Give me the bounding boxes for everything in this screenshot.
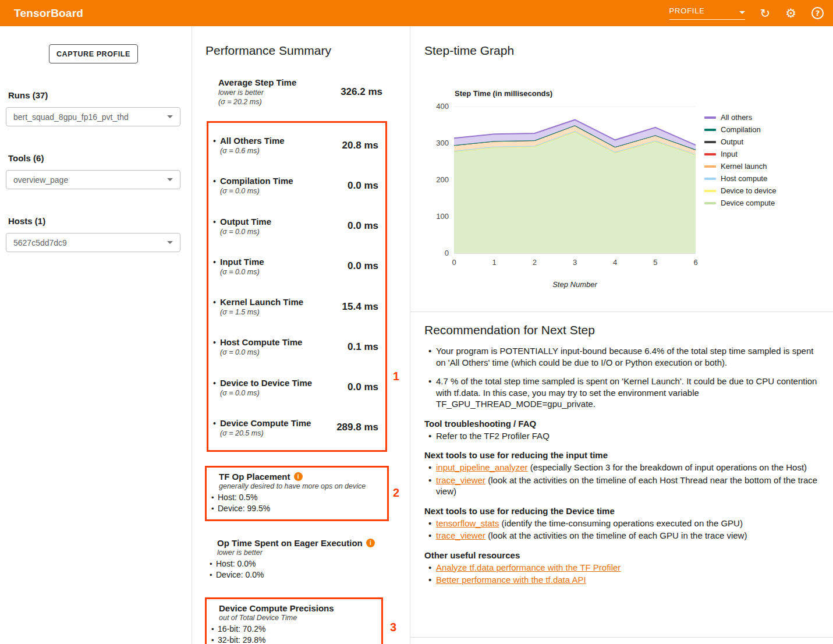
- section-title: Device Compute Precisions: [219, 603, 334, 613]
- metric-labels: All Others Time(σ = 0.6 ms): [220, 136, 285, 155]
- recommendation-bullets: Your program is POTENTIALLY input-bound …: [424, 345, 823, 410]
- legend-swatch: [704, 178, 716, 180]
- svg-text:100: 100: [436, 212, 449, 221]
- legend-item: Host compute: [704, 172, 776, 185]
- reco-list-item: Analyze tf.data performance with the TF …: [436, 562, 823, 574]
- dashboard-selector[interactable]: PROFILE: [669, 6, 745, 20]
- hosts-dropdown[interactable]: 5627c5dd7dc9: [6, 233, 180, 252]
- runs-dropdown[interactable]: bert_squad_8gpu_fp16_pvt_thd: [6, 107, 180, 126]
- svg-text:2: 2: [533, 258, 537, 267]
- legend-swatch: [704, 190, 716, 192]
- reco-section-list: input_pipeline_analyzer (especially Sect…: [424, 462, 823, 497]
- metric-sigma: (σ = 0.0 ms): [220, 228, 271, 236]
- reco-section-list: Analyze tf.data performance with the TF …: [424, 562, 823, 586]
- reload-icon[interactable]: ↻: [760, 6, 771, 20]
- metric-value: 0.1 ms: [348, 341, 378, 353]
- reco-list-item: trace_viewer (look at the activities on …: [436, 475, 823, 497]
- metric-sigma: (σ = 20.2 ms): [218, 98, 296, 106]
- settings-icon[interactable]: ⚙: [785, 6, 796, 20]
- info-icon[interactable]: [294, 472, 303, 481]
- metric-label: Compilation Time: [220, 176, 293, 186]
- annotation-box-3: Device Compute Precisions out of Total D…: [205, 597, 383, 644]
- item-text: (especially Section 3 for the breakdown …: [528, 462, 807, 472]
- metric-label: Host Compute Time: [220, 337, 302, 347]
- legend-label: All others: [721, 113, 752, 122]
- legend-label: Output: [721, 137, 743, 146]
- chart-legend: All othersCompilationOutputInputKernel l…: [704, 111, 776, 209]
- annotation-number-3: 3: [390, 621, 396, 634]
- list-item: 16-bit: 70.2%: [210, 624, 377, 635]
- metric-labels: Output Time(σ = 0.0 ms): [220, 217, 271, 236]
- reco-list-item: trace_viewer (look at the activities on …: [436, 530, 823, 542]
- legend-item: Kernel launch: [704, 160, 776, 172]
- runs-dropdown-value: bert_squad_8gpu_fp16_pvt_thd: [13, 112, 129, 122]
- resource-link[interactable]: Better performance with the tf.data API: [436, 575, 586, 585]
- metric-row: Output Time(σ = 0.0 ms) 0.0 ms: [208, 217, 378, 236]
- metric-value: 326.2 ms: [341, 86, 382, 98]
- chevron-down-icon: [167, 115, 173, 118]
- step-time-panel: Step-time Graph Step Time (in millisecon…: [410, 26, 833, 644]
- metric-sigma: (σ = 0.6 ms): [220, 147, 285, 155]
- sidebar: CAPTURE PROFILE Runs (37) bert_squad_8gp…: [0, 26, 192, 644]
- resource-link[interactable]: Analyze tf.data performance with the TF …: [436, 562, 621, 572]
- hosts-dropdown-value: 5627c5dd7dc9: [13, 238, 67, 247]
- legend-swatch: [704, 165, 716, 168]
- item-text: (identify the time-consuming operations …: [499, 518, 743, 528]
- section-subtitle: out of Total Device Time: [219, 614, 377, 622]
- legend-item: Device to device: [704, 185, 776, 197]
- metric-row: Device Compute Time(σ = 20.5 ms) 289.8 m…: [208, 418, 378, 437]
- legend-item: Input: [704, 148, 776, 160]
- section-divider: [410, 312, 833, 312]
- reco-list-item: tensorflow_stats (identify the time-cons…: [436, 518, 823, 529]
- chart-title: Step Time (in milliseconds): [455, 89, 552, 98]
- chevron-down-icon: [739, 11, 745, 14]
- help-icon[interactable]: ?: [811, 7, 824, 19]
- metric-labels: Device Compute Time(σ = 20.5 ms): [220, 418, 311, 437]
- svg-text:400: 400: [436, 103, 449, 111]
- svg-text:6: 6: [693, 258, 697, 267]
- info-icon[interactable]: [366, 539, 375, 547]
- device-precisions-header: Device Compute Precisions: [219, 603, 377, 613]
- step-time-chart[interactable]: 01002003004000123456: [431, 103, 704, 278]
- reco-section-heading: Next tools to use for reducing the Devic…: [424, 506, 823, 516]
- tool-link[interactable]: input_pipeline_analyzer: [436, 462, 528, 472]
- tool-link[interactable]: trace_viewer: [436, 530, 485, 540]
- item-text: Refer to the TF2 Profiler FAQ: [436, 431, 550, 441]
- section-title: Op Time Spent on Eager Execution: [217, 538, 363, 548]
- metric-label: Input Time: [220, 257, 264, 267]
- metric-labels: Device to Device Time(σ = 0.0 ms): [220, 378, 312, 397]
- average-step-time-labels: Average Step Time lower is better (σ = 2…: [218, 77, 296, 106]
- app-title: TensorBoard: [14, 7, 83, 20]
- metric-label: Average Step Time: [218, 77, 296, 87]
- topbar-controls: PROFILE ↻ ⚙ ?: [669, 6, 824, 20]
- recommendation-section: Recommendation for Next Step Your progra…: [424, 323, 823, 587]
- metric-value: 0.0 ms: [348, 381, 378, 393]
- tool-link[interactable]: trace_viewer: [436, 475, 485, 485]
- metric-value: 15.4 ms: [342, 301, 378, 313]
- metric-labels: Host Compute Time(σ = 0.0 ms): [220, 337, 302, 356]
- legend-swatch: [704, 153, 716, 155]
- annotation-box-1: All Others Time(σ = 0.6 ms) 20.8 ms Comp…: [207, 121, 387, 452]
- legend-item: All others: [704, 111, 776, 123]
- eager-execution-list: Host: 0.0% Device: 0.0%: [208, 558, 384, 581]
- tensorboard-app: TensorBoard PROFILE ↻ ⚙ ? CAPTURE PROFIL…: [0, 0, 833, 644]
- tool-link[interactable]: tensorflow_stats: [436, 518, 499, 528]
- hosts-label: Hosts (1): [8, 216, 45, 226]
- legend-item: Device compute: [704, 197, 776, 209]
- legend-swatch: [704, 129, 716, 131]
- topbar: TensorBoard PROFILE ↻ ⚙ ?: [0, 0, 833, 26]
- metric-labels: Input Time(σ = 0.0 ms): [220, 257, 264, 276]
- legend-swatch: [704, 202, 716, 204]
- tools-dropdown[interactable]: overview_page: [6, 170, 180, 189]
- capture-profile-button[interactable]: CAPTURE PROFILE: [49, 44, 138, 63]
- eager-execution-section: Op Time Spent on Eager Execution lower i…: [205, 534, 389, 586]
- section-divider: [410, 637, 833, 638]
- metric-row: Compilation Time(σ = 0.0 ms) 0.0 ms: [208, 176, 378, 195]
- svg-text:300: 300: [436, 139, 449, 147]
- runs-label: Runs (37): [8, 90, 48, 100]
- tf-op-placement-list: Host: 0.5% Device: 99.5%: [210, 492, 382, 514]
- metric-row: Host Compute Time(σ = 0.0 ms) 0.1 ms: [208, 337, 378, 356]
- reco-section-list: Refer to the TF2 Profiler FAQ: [424, 430, 823, 442]
- tf-op-placement-header: TF Op Placement: [219, 472, 382, 482]
- annotation-number-2: 2: [393, 486, 399, 500]
